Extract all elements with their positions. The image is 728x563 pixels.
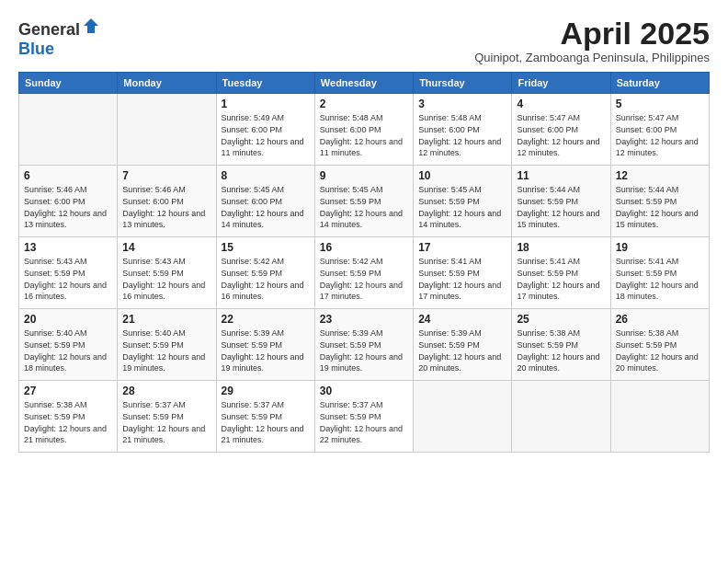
day-number: 2 bbox=[320, 98, 408, 110]
calendar-cell bbox=[19, 94, 118, 166]
day-info: Sunrise: 5:40 AMSunset: 5:59 PMDaylight:… bbox=[24, 327, 112, 373]
calendar-cell: 30Sunrise: 5:37 AMSunset: 5:59 PMDayligh… bbox=[314, 381, 413, 453]
page: General Blue April 2025 Quinipot, Zamboa… bbox=[0, 0, 728, 563]
calendar-week-row: 27Sunrise: 5:38 AMSunset: 5:59 PMDayligh… bbox=[19, 381, 710, 453]
calendar-cell: 3Sunrise: 5:48 AMSunset: 6:00 PMDaylight… bbox=[414, 94, 512, 166]
day-number: 8 bbox=[222, 169, 310, 182]
weekday-header-thursday: Thursday bbox=[414, 73, 512, 94]
calendar-cell bbox=[512, 381, 610, 453]
day-info: Sunrise: 5:40 AMSunset: 5:59 PMDaylight:… bbox=[122, 327, 210, 373]
day-info: Sunrise: 5:37 AMSunset: 5:59 PMDaylight:… bbox=[320, 399, 408, 445]
calendar-cell: 13Sunrise: 5:43 AMSunset: 5:59 PMDayligh… bbox=[19, 237, 118, 309]
weekday-header-wednesday: Wednesday bbox=[314, 73, 413, 94]
calendar-cell: 17Sunrise: 5:41 AMSunset: 5:59 PMDayligh… bbox=[414, 237, 512, 309]
calendar-cell: 28Sunrise: 5:37 AMSunset: 5:59 PMDayligh… bbox=[118, 381, 216, 453]
calendar-cell: 2Sunrise: 5:48 AMSunset: 6:00 PMDaylight… bbox=[314, 94, 413, 166]
calendar-cell: 22Sunrise: 5:39 AMSunset: 5:59 PMDayligh… bbox=[216, 309, 314, 381]
day-info: Sunrise: 5:47 AMSunset: 6:00 PMDaylight:… bbox=[517, 112, 605, 158]
svg-marker-0 bbox=[84, 18, 98, 33]
calendar-cell bbox=[610, 381, 709, 453]
weekday-header-tuesday: Tuesday bbox=[216, 73, 314, 94]
calendar-cell: 29Sunrise: 5:37 AMSunset: 5:59 PMDayligh… bbox=[216, 381, 314, 453]
day-number: 22 bbox=[222, 313, 310, 326]
month-title: April 2025 bbox=[474, 17, 710, 51]
calendar-cell: 20Sunrise: 5:40 AMSunset: 5:59 PMDayligh… bbox=[19, 309, 118, 381]
weekday-header-sunday: Sunday bbox=[19, 73, 118, 94]
day-number: 18 bbox=[517, 241, 605, 254]
day-number: 15 bbox=[222, 241, 310, 254]
day-number: 16 bbox=[320, 241, 408, 254]
weekday-header-friday: Friday bbox=[512, 73, 610, 94]
day-number: 27 bbox=[24, 385, 112, 397]
day-info: Sunrise: 5:46 AMSunset: 6:00 PMDaylight:… bbox=[122, 184, 210, 230]
calendar-cell: 1Sunrise: 5:49 AMSunset: 6:00 PMDaylight… bbox=[216, 94, 314, 166]
location-subtitle: Quinipot, Zamboanga Peninsula, Philippin… bbox=[474, 51, 710, 64]
day-info: Sunrise: 5:47 AMSunset: 6:00 PMDaylight:… bbox=[616, 112, 704, 158]
day-info: Sunrise: 5:41 AMSunset: 5:59 PMDaylight:… bbox=[517, 256, 605, 302]
day-number: 21 bbox=[122, 313, 210, 326]
calendar-cell: 4Sunrise: 5:47 AMSunset: 6:00 PMDaylight… bbox=[512, 94, 610, 166]
day-info: Sunrise: 5:49 AMSunset: 6:00 PMDaylight:… bbox=[222, 112, 310, 158]
calendar-week-row: 6Sunrise: 5:46 AMSunset: 6:00 PMDaylight… bbox=[19, 166, 710, 237]
day-number: 9 bbox=[320, 169, 408, 182]
day-info: Sunrise: 5:38 AMSunset: 5:59 PMDaylight:… bbox=[24, 399, 112, 445]
day-number: 14 bbox=[122, 241, 210, 254]
calendar-week-row: 1Sunrise: 5:49 AMSunset: 6:00 PMDaylight… bbox=[19, 94, 710, 166]
calendar-cell: 10Sunrise: 5:45 AMSunset: 5:59 PMDayligh… bbox=[414, 166, 512, 237]
day-number: 24 bbox=[418, 313, 506, 326]
calendar-cell: 18Sunrise: 5:41 AMSunset: 5:59 PMDayligh… bbox=[512, 237, 610, 309]
day-number: 3 bbox=[418, 98, 506, 110]
calendar-cell: 23Sunrise: 5:39 AMSunset: 5:59 PMDayligh… bbox=[314, 309, 413, 381]
day-number: 25 bbox=[517, 313, 605, 326]
day-info: Sunrise: 5:41 AMSunset: 5:59 PMDaylight:… bbox=[616, 256, 704, 302]
day-number: 4 bbox=[517, 98, 605, 110]
logo-general: General bbox=[18, 20, 80, 39]
day-info: Sunrise: 5:37 AMSunset: 5:59 PMDaylight:… bbox=[222, 399, 310, 445]
calendar-cell: 12Sunrise: 5:44 AMSunset: 5:59 PMDayligh… bbox=[610, 166, 709, 237]
day-info: Sunrise: 5:43 AMSunset: 5:59 PMDaylight:… bbox=[122, 256, 210, 302]
weekday-header-saturday: Saturday bbox=[610, 73, 709, 94]
day-number: 20 bbox=[24, 313, 112, 326]
calendar-cell bbox=[118, 94, 216, 166]
day-info: Sunrise: 5:38 AMSunset: 5:59 PMDaylight:… bbox=[517, 327, 605, 373]
day-info: Sunrise: 5:43 AMSunset: 5:59 PMDaylight:… bbox=[24, 256, 112, 302]
calendar-cell: 26Sunrise: 5:38 AMSunset: 5:59 PMDayligh… bbox=[610, 309, 709, 381]
logo: General Blue bbox=[18, 17, 100, 59]
weekday-header-monday: Monday bbox=[118, 73, 216, 94]
day-info: Sunrise: 5:42 AMSunset: 5:59 PMDaylight:… bbox=[222, 256, 310, 302]
day-info: Sunrise: 5:39 AMSunset: 5:59 PMDaylight:… bbox=[320, 327, 408, 373]
day-number: 13 bbox=[24, 241, 112, 254]
weekday-header-row: SundayMondayTuesdayWednesdayThursdayFrid… bbox=[19, 73, 710, 94]
day-info: Sunrise: 5:45 AMSunset: 5:59 PMDaylight:… bbox=[320, 184, 408, 230]
calendar-table: SundayMondayTuesdayWednesdayThursdayFrid… bbox=[18, 72, 710, 453]
day-info: Sunrise: 5:48 AMSunset: 6:00 PMDaylight:… bbox=[320, 112, 408, 158]
day-number: 30 bbox=[320, 385, 408, 397]
calendar-week-row: 13Sunrise: 5:43 AMSunset: 5:59 PMDayligh… bbox=[19, 237, 710, 309]
calendar-cell: 21Sunrise: 5:40 AMSunset: 5:59 PMDayligh… bbox=[118, 309, 216, 381]
calendar-cell bbox=[414, 381, 512, 453]
day-number: 12 bbox=[616, 169, 704, 182]
day-info: Sunrise: 5:48 AMSunset: 6:00 PMDaylight:… bbox=[418, 112, 506, 158]
day-number: 7 bbox=[122, 169, 210, 182]
calendar-cell: 9Sunrise: 5:45 AMSunset: 5:59 PMDaylight… bbox=[314, 166, 413, 237]
logo-icon bbox=[82, 17, 100, 35]
day-info: Sunrise: 5:41 AMSunset: 5:59 PMDaylight:… bbox=[418, 256, 506, 302]
day-info: Sunrise: 5:45 AMSunset: 5:59 PMDaylight:… bbox=[418, 184, 506, 230]
logo-blue: Blue bbox=[18, 40, 54, 58]
header: General Blue April 2025 Quinipot, Zamboa… bbox=[18, 17, 710, 64]
calendar-cell: 24Sunrise: 5:39 AMSunset: 5:59 PMDayligh… bbox=[414, 309, 512, 381]
day-number: 5 bbox=[616, 98, 704, 110]
calendar-cell: 14Sunrise: 5:43 AMSunset: 5:59 PMDayligh… bbox=[118, 237, 216, 309]
day-info: Sunrise: 5:44 AMSunset: 5:59 PMDaylight:… bbox=[616, 184, 704, 230]
day-number: 6 bbox=[24, 169, 112, 182]
day-info: Sunrise: 5:42 AMSunset: 5:59 PMDaylight:… bbox=[320, 256, 408, 302]
calendar-cell: 7Sunrise: 5:46 AMSunset: 6:00 PMDaylight… bbox=[118, 166, 216, 237]
calendar-cell: 6Sunrise: 5:46 AMSunset: 6:00 PMDaylight… bbox=[19, 166, 118, 237]
calendar-cell: 19Sunrise: 5:41 AMSunset: 5:59 PMDayligh… bbox=[610, 237, 709, 309]
day-number: 1 bbox=[222, 98, 310, 110]
day-info: Sunrise: 5:44 AMSunset: 5:59 PMDaylight:… bbox=[517, 184, 605, 230]
day-info: Sunrise: 5:45 AMSunset: 6:00 PMDaylight:… bbox=[222, 184, 310, 230]
calendar-cell: 27Sunrise: 5:38 AMSunset: 5:59 PMDayligh… bbox=[19, 381, 118, 453]
calendar-cell: 16Sunrise: 5:42 AMSunset: 5:59 PMDayligh… bbox=[314, 237, 413, 309]
title-block: April 2025 Quinipot, Zamboanga Peninsula… bbox=[474, 17, 710, 64]
